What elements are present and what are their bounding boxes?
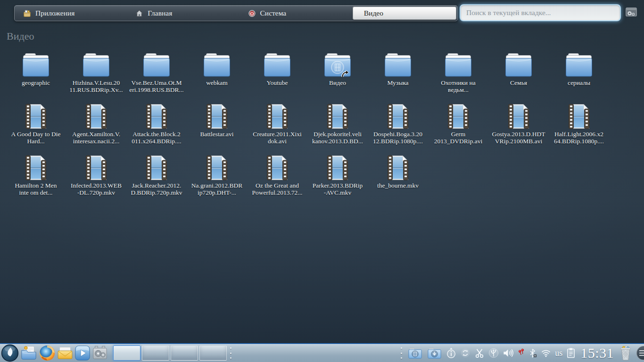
tray-notifications[interactable] (446, 347, 456, 359)
tray-clipboard-notes[interactable] (566, 347, 576, 359)
video-file-icon (325, 155, 350, 181)
video-file-item[interactable]: Na.grani.2012.BDR ip720p.DHT-... (187, 150, 247, 201)
folder-item[interactable]: Музыка (368, 47, 428, 99)
tray-grip-handle[interactable] (399, 347, 404, 359)
folder-icon (504, 52, 534, 78)
folder-item[interactable]: geographic (6, 47, 66, 99)
video-file-item[interactable]: Gostya.2013.D.HDT VRip.2100MB.avi (488, 99, 549, 150)
bluetooth-icon (528, 348, 537, 358)
clock[interactable]: 15:31 (580, 345, 614, 361)
folder-item[interactable]: сериалы (549, 47, 609, 99)
tab-label: Приложения (35, 9, 74, 17)
video-file-item[interactable]: Agent.Xamilton.V. interesax.nacii.2... (66, 99, 126, 150)
tab-video-active-pill: Видео (353, 7, 456, 20)
tray-sync[interactable] (460, 348, 471, 358)
item-label: Germ 2013_DVDRip.avi (434, 131, 482, 145)
item-label: Охотники на ведьм... (441, 79, 475, 93)
folder-item[interactable]: Охотники на ведьм... (428, 47, 488, 99)
launcher-media-player[interactable] (74, 345, 91, 361)
item-label: Infected.2013.WEB -DL.720p.mkv (71, 182, 122, 196)
item-label: Музыка (387, 79, 408, 86)
tray-usb-device[interactable] (488, 348, 499, 358)
tab-system[interactable]: Система (239, 6, 352, 21)
video-file-item[interactable]: Jack.Reacher.2012. D.BDRip.720p.mkv (126, 150, 187, 201)
item-label: Attack.the.Block.2 011.x264.BDRip.... (132, 131, 181, 145)
folder-item[interactable]: Hizhina.V.Lesu.20 11.RUS.BDRip.Xv... (66, 47, 126, 99)
video-file-item[interactable]: Parker.2013.BDRip -AVC.mkv (307, 150, 368, 201)
mail-icon (57, 346, 73, 360)
folder-item[interactable]: Семья (488, 47, 549, 99)
tray-volume[interactable] (503, 348, 514, 358)
keyboard-layout-indicator[interactable]: us (555, 348, 562, 358)
video-file-item[interactable]: Half.Light.2006.x2 64.BDRip.1080p.... (549, 99, 609, 150)
video-file-icon (84, 103, 108, 130)
settings-button[interactable] (624, 7, 638, 19)
item-label: Oz the Great and Powerful.2013.72... (252, 182, 303, 196)
tray-pinned-items[interactable] (518, 348, 525, 358)
folder-icon (383, 52, 413, 78)
tray-bluetooth[interactable] (528, 348, 537, 358)
video-file-icon (386, 103, 410, 130)
folder-item[interactable]: Youtube (247, 47, 307, 99)
folder-item[interactable]: Видео (307, 47, 368, 99)
system-tools-icon (92, 345, 108, 361)
taskbar-right: us 15:31 (399, 344, 644, 362)
downloads-folder-icon (427, 346, 442, 360)
video-file-item[interactable]: Djek.pokoritel.veli kanov.2013.D.BD... (307, 99, 368, 150)
video-file-icon (84, 155, 108, 181)
panel-toolbox-cashew[interactable] (636, 346, 644, 360)
video-file-icon (446, 103, 471, 130)
video-file-item[interactable]: Dospehi.Boga.3.20 12.BDRip.1080p.... (368, 99, 428, 150)
video-file-item[interactable]: Hamilton 2 Men inte om det... (6, 150, 66, 201)
pager-desktop-1[interactable] (113, 346, 140, 361)
tray-downloads-folder[interactable] (427, 346, 442, 360)
video-file-item[interactable]: Oz the Great and Powerful.2013.72... (247, 150, 307, 201)
panel-grip-handle[interactable] (228, 347, 233, 359)
folder-icon (81, 52, 111, 78)
tab-home[interactable]: Главная (127, 6, 239, 21)
tray-klipper[interactable] (474, 348, 485, 358)
video-file-item[interactable]: Creature.2011.Xixi dok.avi (247, 99, 307, 150)
video-file-icon (506, 103, 531, 130)
media-player-icon (74, 345, 91, 361)
folder-icon (21, 52, 51, 78)
tray-wifi[interactable] (541, 349, 551, 357)
video-file-icon (567, 103, 591, 130)
pager-desktop-2[interactable] (142, 346, 169, 361)
wifi-icon (541, 349, 551, 357)
search-input[interactable] (460, 4, 621, 21)
launcher-mail[interactable] (57, 346, 73, 360)
video-file-item[interactable]: A Good Day to Die Hard... (6, 99, 66, 150)
pager-desktop-3[interactable] (171, 346, 198, 361)
scissors-icon (474, 348, 485, 358)
search-box (460, 4, 621, 21)
items-grid: geographic Hizhina.V.Lesu.20 11.RUS.BDRi… (6, 47, 609, 201)
launcher-firefox[interactable] (39, 345, 56, 362)
folder-item[interactable]: Vse.Bez.Uma.Ot.M eri.1998.RUS.BDR... (126, 47, 187, 99)
video-file-item[interactable]: Germ 2013_DVDRip.avi (428, 99, 488, 150)
item-label: geographic (22, 79, 50, 86)
folder-icon (202, 52, 232, 78)
launcher-menu-button[interactable] (1, 344, 19, 362)
folder-item[interactable]: webkam (187, 47, 247, 99)
pager-desktop-4[interactable] (199, 346, 227, 361)
tab-applications[interactable]: Приложения (15, 6, 127, 21)
video-file-icon (144, 155, 169, 181)
video-file-item[interactable]: Battlestar.avi (187, 99, 247, 150)
item-label: Dospehi.Boga.3.20 12.BDRip.1080p.... (373, 131, 423, 145)
usb-icon (488, 348, 499, 358)
video-file-item[interactable]: the_bourne.mkv (368, 150, 428, 201)
taskbar: us 15:31 (0, 343, 644, 362)
clipboard-icon (566, 347, 576, 359)
tray-videos-folder[interactable] (407, 346, 423, 360)
item-label: Youtube (266, 79, 288, 86)
item-label: Half.Light.2006.x2 64.BDRip.1080p.... (554, 131, 604, 145)
trash-applet[interactable] (619, 345, 633, 361)
launcher-system-settings[interactable] (92, 345, 108, 361)
video-file-item[interactable]: Attack.the.Block.2 011.x264.BDRip.... (126, 99, 187, 150)
item-label: Hizhina.V.Lesu.20 11.RUS.BDRip.Xv... (69, 79, 123, 93)
item-label: A Good Day to Die Hard... (11, 131, 61, 145)
tab-video[interactable]: Видео (352, 6, 457, 21)
video-file-item[interactable]: Infected.2013.WEB -DL.720p.mkv (66, 150, 126, 201)
launcher-file-manager[interactable] (20, 345, 37, 361)
